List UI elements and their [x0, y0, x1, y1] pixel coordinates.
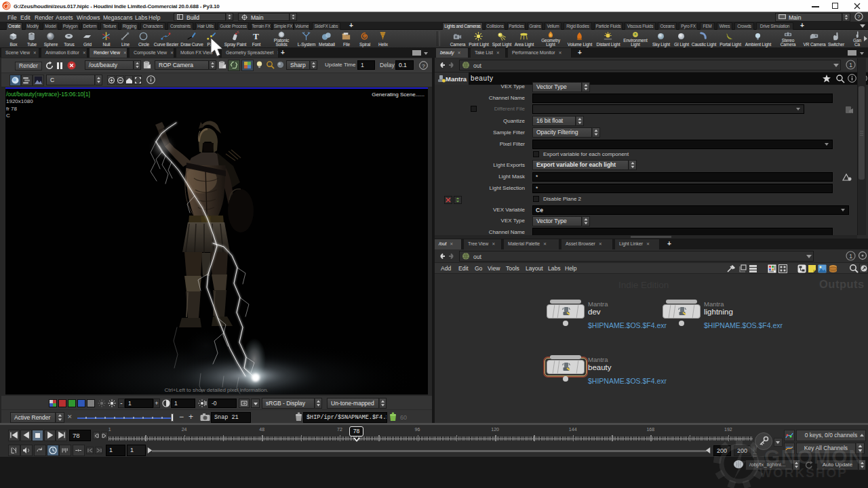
svg-text:1920x1080: 1920x1080: [6, 98, 33, 104]
svg-text:Ctrl+Left to show detailed pix: Ctrl+Left to show detailed pixel informa…: [164, 387, 268, 393]
svg-text:C: C: [6, 113, 10, 119]
svg-text:/out/beauty(raytrace)-15:06:10: /out/beauty(raytrace)-15:06:10[1]: [6, 91, 90, 98]
svg-text:fr 78: fr 78: [6, 106, 18, 112]
svg-text:1: 1: [849, 62, 852, 68]
svg-text:Generating Scene......: Generating Scene......: [372, 92, 425, 98]
svg-text:?: ?: [857, 14, 861, 20]
svg-text:1: 1: [849, 253, 852, 260]
svg-text:?: ?: [422, 63, 425, 69]
